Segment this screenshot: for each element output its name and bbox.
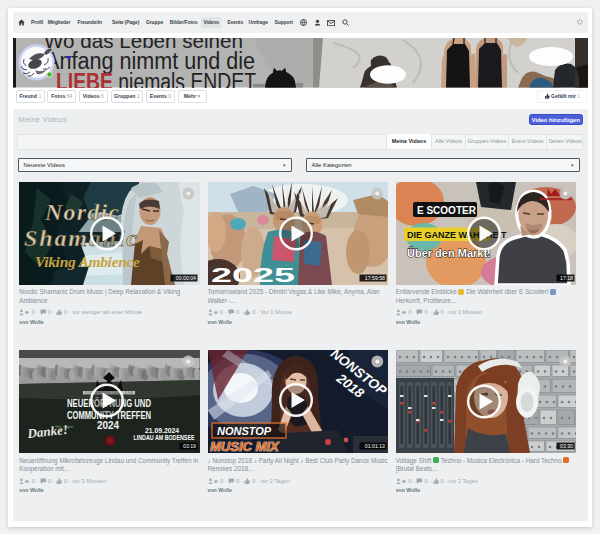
svg-text:01:01:13: 01:01:13 (364, 443, 384, 449)
svg-text:2024: 2024 (97, 420, 120, 431)
svg-text:LINDAU AM BODENSEE: LINDAU AM BODENSEE (134, 434, 195, 441)
svg-text:00:00:04: 00:00:04 (176, 275, 196, 281)
svg-text:Viking Ambience: Viking Ambience (35, 253, 140, 270)
svg-text:21.09.2024: 21.09.2024 (145, 427, 179, 434)
svg-text:MUSIC MIX: MUSIC MIX (210, 439, 280, 454)
svg-text:2025: 2025 (211, 264, 295, 285)
svg-text:03:30: 03:30 (560, 443, 573, 449)
svg-text:NONSTOP: NONSTOP (217, 425, 272, 437)
svg-text:17:18: 17:18 (560, 275, 573, 281)
svg-text:LIEBE niemals ENDET: LIEBE niemals ENDET (56, 69, 256, 88)
svg-text:03:19: 03:19 (183, 443, 196, 449)
svg-text:E SCOOTER: E SCOOTER (417, 205, 477, 216)
svg-text:17:59:58: 17:59:58 (364, 275, 384, 281)
